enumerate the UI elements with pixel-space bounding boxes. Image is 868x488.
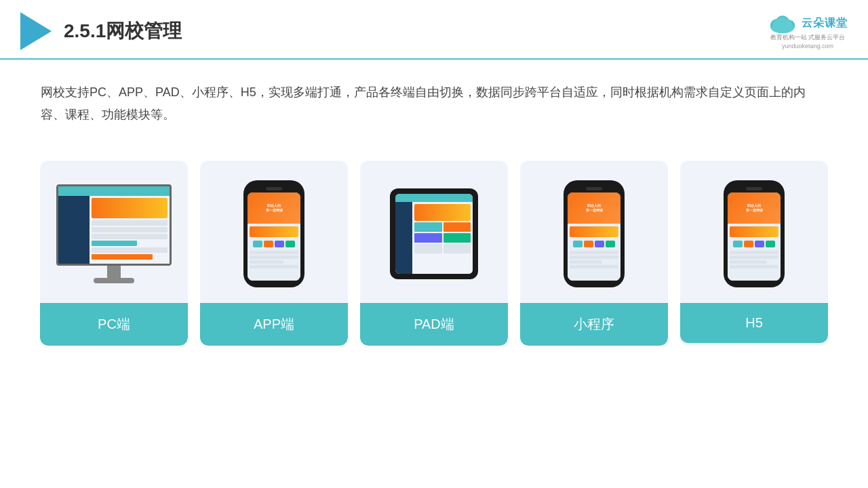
phone-app-icon: 职达人的第一堂网课 bbox=[243, 180, 304, 287]
card-pad-image bbox=[360, 161, 508, 303]
header: 2.5.1网校管理 云朵课堂 教育机构一站 式服务 bbox=[0, 0, 868, 60]
card-h5: 职达人的第一堂网课 bbox=[680, 161, 828, 346]
brand-url: yunduoketang.com bbox=[782, 43, 833, 49]
card-pc: PC端 bbox=[40, 161, 188, 346]
cards-section: PC端 职达人的第一堂网课 bbox=[0, 147, 868, 366]
brand-tagline: 教育机构一站 式服务云平台 bbox=[770, 33, 846, 42]
card-h5-image: 职达人的第一堂网课 bbox=[680, 161, 828, 303]
header-brand: 云朵课堂 教育机构一站 式服务云平台 yunduoketang.com bbox=[768, 13, 848, 49]
card-pad-label: PAD端 bbox=[360, 303, 508, 346]
card-miniprogram-label: 小程序 bbox=[520, 303, 668, 346]
svg-point-7 bbox=[772, 20, 783, 29]
description-text: 网校支持PC、APP、PAD、小程序、H5，实现多端打通，产品各终端自由切换，数… bbox=[0, 60, 868, 140]
card-app-label: APP端 bbox=[200, 303, 348, 346]
brand-logo: 云朵课堂 bbox=[768, 13, 848, 33]
svg-point-8 bbox=[782, 20, 793, 29]
card-pad: PAD端 bbox=[360, 161, 508, 346]
page-title: 2.5.1网校管理 bbox=[64, 18, 182, 44]
pc-monitor-icon bbox=[53, 184, 175, 283]
card-pc-image bbox=[40, 161, 188, 303]
card-miniprogram-image: 职达人的第一堂网课 bbox=[520, 161, 668, 303]
phone-miniprogram-icon: 职达人的第一堂网课 bbox=[564, 180, 625, 287]
phone-h5-icon: 职达人的第一堂网课 bbox=[724, 180, 785, 287]
card-miniprogram: 职达人的第一堂网课 bbox=[520, 161, 668, 346]
card-app: 职达人的第一堂网课 bbox=[200, 161, 348, 346]
pad-icon bbox=[390, 188, 478, 279]
card-pc-label: PC端 bbox=[40, 303, 188, 346]
brand-name: 云朵课堂 bbox=[802, 16, 848, 30]
cloud-icon bbox=[768, 13, 797, 33]
logo-triangle-icon bbox=[20, 12, 52, 50]
header-left: 2.5.1网校管理 bbox=[20, 12, 182, 50]
card-h5-label: H5 bbox=[680, 303, 828, 343]
card-app-image: 职达人的第一堂网课 bbox=[200, 161, 348, 303]
